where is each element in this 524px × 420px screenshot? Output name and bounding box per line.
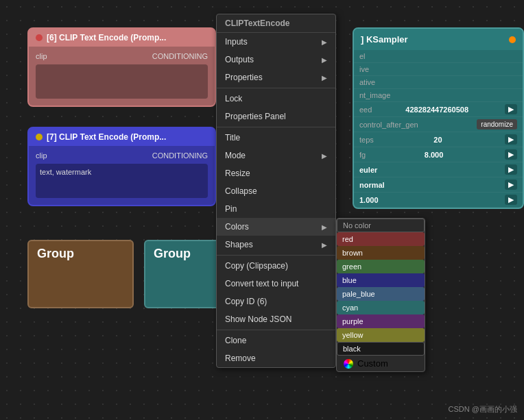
menu-item-collapse[interactable]: Collapse: [217, 182, 335, 200]
ksampler-row-normal: normal ▶: [354, 177, 523, 193]
clip-node-bottom: [7] CLIP Text Encode (Promp... clip COND…: [27, 127, 216, 206]
ksampler-header: ] KSampler: [354, 29, 523, 50]
menu-item-convert-text[interactable]: Convert text to input: [217, 275, 335, 293]
clip-node-top-output: CONDITIONING: [152, 52, 208, 60]
watermark-text: CSDN @画画的小强: [449, 405, 517, 413]
clip-node-top: [6] CLIP Text Encode (Promp... clip COND…: [27, 27, 216, 107]
ksampler-row-seed: eed 428282447260508 ▶: [354, 102, 523, 117]
cfg-arrow-btn[interactable]: ▶: [505, 149, 517, 160]
clip-node-top-row: clip CONDITIONING: [36, 51, 208, 62]
mode-arrow-icon: ▶: [322, 152, 327, 160]
color-custom-row[interactable]: Custom: [337, 356, 425, 371]
clip-node-bottom-body: clip CONDITIONING text, watermark: [29, 146, 215, 205]
ksampler-row-ative: ative: [354, 76, 523, 89]
color-cyan[interactable]: cyan: [337, 301, 425, 314]
clip-node-top-input: clip: [36, 52, 47, 60]
menu-item-colors[interactable]: Colors ▶: [217, 218, 335, 236]
color-green[interactable]: green: [337, 260, 425, 273]
inputs-arrow-icon: ▶: [322, 38, 327, 46]
shapes-arrow-icon: ▶: [322, 241, 327, 249]
ksampler-row-el: el: [354, 50, 523, 63]
menu-title: CLIPTextEncode: [217, 14, 335, 33]
clip-node-top-dot: [36, 34, 43, 41]
menu-item-pin[interactable]: Pin: [217, 200, 335, 218]
menu-item-copy-id[interactable]: Copy ID (6): [217, 293, 335, 310]
latent-dot: [509, 36, 516, 43]
ksampler-title: ] KSampler: [361, 34, 408, 45]
menu-sep-2: [217, 127, 335, 127]
group-node-brown[interactable]: Group: [27, 240, 134, 308]
menu-item-shapes[interactable]: Shapes ▶: [217, 236, 335, 254]
clip-node-bottom-output: CONDITIONING: [152, 151, 208, 160]
ksampler-row-euler: euler ▶: [354, 162, 523, 177]
menu-item-title[interactable]: Title: [217, 129, 335, 147]
menu-sep-3: [217, 255, 335, 256]
color-red[interactable]: red: [337, 232, 425, 246]
ksampler-row-ntimage: nt_image: [354, 89, 523, 102]
menu-item-inputs[interactable]: Inputs ▶: [217, 33, 335, 51]
color-purple[interactable]: purple: [337, 314, 425, 328]
ksampler-node: ] KSampler el ive ative nt_image eed 428…: [353, 27, 524, 209]
menu-item-outputs[interactable]: Outputs ▶: [217, 51, 335, 69]
clip-node-bottom-textarea: text, watermark: [36, 164, 208, 198]
menu-item-mode[interactable]: Mode ▶: [217, 147, 335, 164]
menu-sep-4: [217, 330, 335, 330]
menu-item-properties[interactable]: Properties ▶: [217, 69, 335, 86]
ksampler-row-cfg: fg 8.000 ▶: [354, 147, 523, 162]
colors-arrow-icon: ▶: [322, 223, 327, 231]
group-brown-label: Group: [29, 241, 132, 267]
clip-node-bottom-header: [7] CLIP Text Encode (Promp...: [29, 128, 215, 146]
outputs-arrow-icon: ▶: [322, 56, 327, 64]
euler-arrow-btn[interactable]: ▶: [505, 164, 517, 175]
menu-sep-1: [217, 88, 335, 88]
menu-item-show-json[interactable]: Show Node JSON: [217, 310, 335, 328]
context-menu: CLIPTextEncode Inputs ▶ Outputs ▶ Proper…: [216, 14, 336, 368]
custom-circle-icon: [344, 359, 353, 369]
menu-item-clone[interactable]: Clone: [217, 332, 335, 349]
randomize-btn[interactable]: randomize: [477, 119, 517, 129]
ksampler-row-steps: teps 20 ▶: [354, 132, 523, 147]
ksampler-row-ive: ive: [354, 63, 523, 76]
clip-node-top-header: [6] CLIP Text Encode (Promp...: [29, 29, 215, 47]
watermark: CSDN @画画的小强: [449, 404, 517, 415]
ksampler-label-el: el: [359, 52, 366, 60]
color-blue[interactable]: blue: [337, 273, 425, 287]
menu-item-lock[interactable]: Lock: [217, 90, 335, 108]
denoise-arrow-btn[interactable]: ▶: [505, 195, 517, 205]
steps-arrow-btn[interactable]: ▶: [505, 134, 517, 145]
menu-item-remove[interactable]: Remove: [217, 349, 335, 367]
color-brown[interactable]: brown: [337, 246, 425, 260]
clip-node-bottom-title: [7] CLIP Text Encode (Promp...: [47, 132, 166, 142]
normal-arrow-btn[interactable]: ▶: [505, 180, 517, 190]
color-pale-blue[interactable]: pale_blue: [337, 287, 425, 301]
clip-node-top-body: clip CONDITIONING: [29, 47, 215, 106]
clip-node-bottom-dot: [36, 134, 43, 140]
ksampler-row-denoise: 1.000 ▶: [354, 193, 523, 208]
seed-arrow-btn[interactable]: ▶: [505, 104, 517, 114]
color-custom-label: Custom: [357, 358, 388, 369]
color-black[interactable]: black: [337, 342, 425, 356]
menu-item-properties-panel[interactable]: Properties Panel: [217, 108, 335, 125]
color-no-color[interactable]: No color: [337, 219, 425, 232]
clip-node-top-textarea: [36, 64, 208, 99]
ksampler-row-control: control_after_gen randomize: [354, 117, 523, 132]
colors-submenu: No color red brown green blue pale_blue …: [336, 218, 425, 372]
menu-item-resize[interactable]: Resize: [217, 164, 335, 182]
properties-arrow-icon: ▶: [322, 74, 327, 82]
clip-node-bottom-input: clip: [36, 151, 47, 160]
clip-node-bottom-row: clip CONDITIONING: [36, 150, 208, 161]
clip-node-top-title: [6] CLIP Text Encode (Promp...: [47, 33, 166, 42]
menu-item-copy-clipspace[interactable]: Copy (Clipspace): [217, 257, 335, 275]
color-yellow[interactable]: yellow: [337, 328, 425, 342]
